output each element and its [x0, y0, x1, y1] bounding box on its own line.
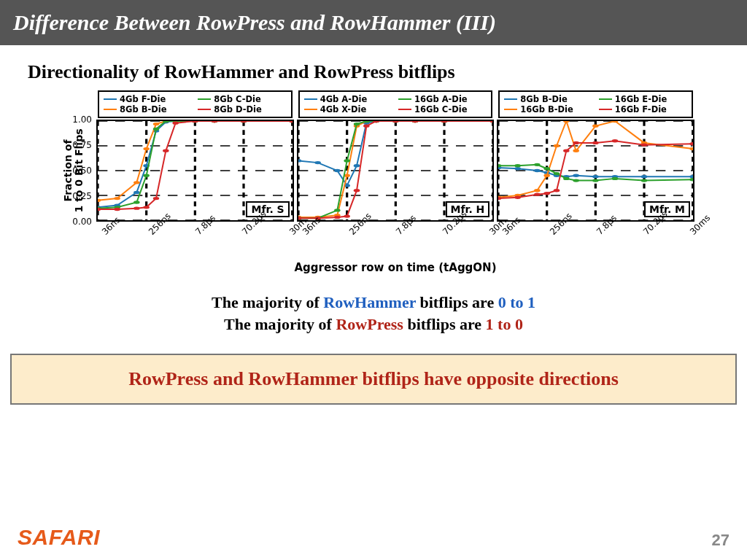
svg-point-133 [554, 144, 560, 147]
svg-point-53 [289, 121, 292, 122]
svg-point-153 [534, 192, 541, 195]
svg-point-44 [114, 208, 120, 211]
svg-point-139 [690, 147, 693, 150]
svg-point-141 [515, 164, 522, 167]
legend-item: 16Gb C-Die [398, 104, 487, 114]
svg-point-157 [573, 141, 580, 144]
legend: 8Gb B-Die16Gb E-Die16Gb B-Die16Gb F-Die [498, 90, 693, 118]
svg-point-34 [133, 201, 140, 203]
legend-item: 16Gb E-Die [599, 94, 687, 104]
svg-point-156 [563, 149, 570, 152]
caption-rowpress: RowPress [336, 315, 403, 333]
legend-item: 8Gb C-Die [198, 94, 286, 104]
caption-0to1: 0 to 1 [498, 293, 535, 311]
svg-point-46 [143, 206, 150, 209]
legend-item: 16Gb B-Die [504, 104, 592, 114]
svg-point-106 [441, 121, 447, 122]
svg-point-50 [192, 121, 198, 122]
caption-rowhammer: RowHammer [323, 293, 416, 311]
svg-point-12 [133, 191, 140, 194]
legend-item: 4Gb F-Die [104, 94, 192, 104]
svg-point-132 [544, 174, 551, 177]
svg-point-154 [544, 192, 551, 195]
svg-point-158 [592, 141, 599, 144]
svg-point-127 [641, 175, 648, 178]
svg-point-159 [612, 139, 619, 142]
svg-point-100 [344, 214, 350, 217]
svg-point-105 [411, 121, 418, 122]
svg-point-48 [163, 149, 169, 152]
svg-point-160 [641, 143, 648, 146]
caption-text: bitflips are [416, 293, 498, 311]
svg-point-150 [690, 178, 693, 181]
svg-point-125 [592, 175, 599, 178]
page-number: 27 [712, 531, 729, 550]
svg-point-143 [544, 167, 551, 170]
svg-point-148 [612, 177, 619, 180]
svg-point-135 [573, 149, 580, 152]
svg-point-21 [98, 199, 101, 202]
svg-point-134 [563, 121, 570, 122]
svg-point-146 [573, 179, 580, 182]
svg-point-101 [353, 189, 360, 192]
legend-item: 4Gb X-Die [304, 104, 392, 114]
svg-point-68 [353, 164, 360, 167]
svg-point-23 [133, 181, 140, 184]
caption-text: bitflips are [403, 315, 486, 333]
svg-point-140 [498, 164, 501, 167]
slide-subtitle: Directionality of RowHammer and RowPress… [28, 61, 747, 83]
svg-point-52 [241, 121, 247, 122]
svg-point-66 [334, 169, 341, 172]
plot-area: Mfr. S [96, 120, 294, 222]
svg-point-152 [515, 196, 522, 199]
svg-point-161 [690, 142, 693, 145]
svg-point-65 [314, 161, 321, 164]
x-ticks: 36ns256ns7.8µs70.2µs30ms [98, 225, 293, 258]
svg-point-120 [534, 169, 541, 172]
svg-point-102 [363, 125, 370, 128]
svg-point-147 [592, 179, 599, 182]
svg-point-89 [344, 159, 350, 162]
caption-text: The majority of [212, 293, 323, 311]
x-axis-label: Aggressor row on time (tAggON) [96, 261, 694, 274]
legend-item: 8Gb B-Die [504, 94, 592, 104]
svg-point-64 [298, 159, 301, 162]
svg-point-51 [212, 121, 218, 122]
charts-row: Fraction of1 to 0 Bit Flips 0.000.250.50… [45, 90, 702, 274]
chart-panel: 4Gb F-Die8Gb C-Die8Gb B-Die8Gb D-DieMfr.… [96, 90, 294, 258]
legend-item: 16Gb A-Die [398, 94, 487, 104]
legend-item: 16Gb F-Die [599, 104, 687, 114]
chart-panel: 4Gb A-Die16Gb A-Die4Gb X-Die16Gb C-DieMf… [297, 90, 495, 258]
svg-point-25 [153, 122, 160, 125]
svg-point-119 [515, 167, 522, 170]
svg-point-49 [172, 122, 179, 125]
svg-point-99 [334, 216, 341, 219]
x-ticks: 36ns256ns7.8µs70.2µs30ms [298, 225, 493, 258]
svg-point-145 [563, 177, 570, 180]
svg-point-149 [641, 179, 648, 182]
svg-point-124 [573, 174, 580, 177]
svg-point-88 [334, 209, 341, 211]
svg-point-24 [143, 147, 150, 150]
caption: The majority of RowHammer bitflips are 0… [0, 292, 747, 335]
legend-item: 8Gb D-Die [198, 104, 286, 114]
svg-point-36 [153, 128, 160, 131]
highlight-box: RowPress and RowHammer bitflips have opp… [10, 354, 737, 405]
svg-point-104 [392, 121, 399, 122]
caption-text: The majority of [224, 315, 336, 333]
chart-panel: 8Gb B-Die16Gb E-Die16Gb B-Die16Gb F-DieM… [497, 90, 694, 258]
safari-logo: SAFARI [18, 525, 100, 550]
mfr-label: Mfr. S [246, 201, 289, 217]
caption-1to0: 1 to 0 [486, 315, 523, 333]
legend: 4Gb F-Die8Gb C-Die8Gb B-Die8Gb D-Die [98, 90, 293, 118]
svg-point-35 [143, 174, 150, 177]
svg-point-144 [554, 172, 560, 175]
svg-point-90 [353, 122, 360, 125]
x-ticks: 36ns256ns7.8µs70.2µs30ms [498, 225, 693, 258]
svg-point-142 [534, 163, 541, 166]
slide-title: Difference Between RowPress and RowHamme… [0, 0, 747, 45]
svg-point-155 [554, 189, 560, 192]
svg-point-136 [592, 125, 599, 128]
svg-point-22 [114, 197, 120, 200]
legend-item: 4Gb A-Die [304, 94, 392, 104]
